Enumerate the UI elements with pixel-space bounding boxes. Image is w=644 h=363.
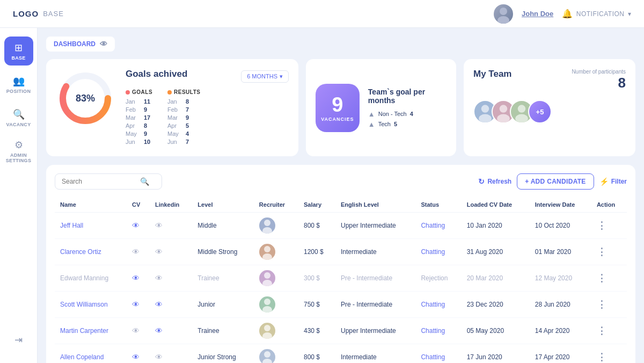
filter-icon: ⚡ [599, 177, 609, 186]
sidebar-item-position[interactable]: 👥 POSITION [4, 70, 33, 99]
linkedin-cell[interactable]: 👁 [150, 265, 192, 292]
avatar[interactable] [494, 4, 513, 24]
sidebar-item-label: ADMIN SETTINGS [4, 153, 33, 163]
svg-point-8 [518, 105, 526, 113]
sidebar-item-base[interactable]: ⊞ BASE [4, 37, 33, 66]
linkedin-cell[interactable]: 👁 [150, 344, 192, 364]
cv-cell[interactable]: 👁 [127, 292, 150, 318]
notification-label: NOTIFICATION [576, 10, 625, 18]
avatar-more: +5 [528, 100, 552, 124]
svg-point-6 [500, 105, 508, 113]
more-actions-icon[interactable]: ⋮ [597, 220, 607, 231]
more-actions-icon[interactable]: ⋮ [597, 325, 607, 336]
app-logo: LOGO [13, 9, 39, 18]
svg-point-16 [264, 299, 270, 305]
sidebar-item-admin[interactable]: ⚙ ADMIN SETTINGS [4, 136, 33, 165]
candidate-name[interactable]: Jeff Hall [55, 213, 127, 239]
salary-cell: 800 $ [298, 344, 335, 364]
vacancy-stat-tech: ▲ Tech 5 [368, 120, 447, 128]
logout-icon: ⇥ [14, 334, 23, 346]
username-link[interactable]: John Doe [522, 10, 553, 18]
cv-cell[interactable]: 👁 [127, 344, 150, 364]
notification-button[interactable]: 🔔 NOTIFICATION ▾ [562, 9, 631, 19]
recruiter-avatar [259, 296, 275, 313]
table-body: Jeff Hall 👁 👁 Middle 800 $ Upper Interme… [55, 213, 627, 364]
candidate-name[interactable]: Martin Carpenter [55, 318, 127, 344]
cv-cell[interactable]: 👁 [127, 239, 150, 265]
action-cell[interactable]: ⋮ [591, 344, 627, 364]
goals-col-header: GOALS [126, 89, 155, 95]
col-int-date: Interview Date [530, 197, 591, 213]
more-actions-icon[interactable]: ⋮ [597, 299, 607, 310]
english-cell: Pre - Intermediate [335, 292, 415, 318]
action-cell[interactable]: ⋮ [591, 239, 627, 265]
svg-point-11 [262, 227, 272, 234]
cv-cell[interactable]: 👁 [127, 318, 150, 344]
search-input[interactable] [62, 178, 137, 185]
vacancy-details: Team`s goal per months ▲ Non - Tech 4 ▲ … [368, 88, 447, 128]
cv-date-cell: 23 Dec 2020 [462, 292, 530, 318]
cv-eye-icon[interactable]: 👁 [132, 274, 140, 282]
candidate-name[interactable]: Allen Copeland [55, 344, 127, 364]
cv-eye-icon[interactable]: 👁 [132, 300, 140, 309]
level-cell: Junior Strong [192, 344, 254, 364]
linkedin-eye-icon[interactable]: 👁 [155, 221, 163, 230]
linkedin-cell[interactable]: 👁 [150, 318, 192, 344]
table-row: Edward Manning 👁 👁 Trainee 300 $ Pre - I… [55, 265, 627, 292]
cv-eye-icon[interactable]: 👁 [132, 221, 140, 230]
cv-eye-icon[interactable]: 👁 [132, 353, 140, 361]
linkedin-eye-icon[interactable]: 👁 [155, 326, 163, 335]
cv-date-cell: 31 Aug 2020 [462, 239, 530, 265]
goals-column: GOALS Jan11 Feb9 Mar17 Apr8 May9 Jun10 [126, 89, 155, 147]
table-row: Allen Copeland 👁 👁 Junior Strong 800 $ I… [55, 344, 627, 364]
svg-point-17 [262, 306, 272, 313]
status-cell: Chatting [415, 292, 461, 318]
linkedin-cell[interactable]: 👁 [150, 239, 192, 265]
candidate-name[interactable]: Edward Manning [55, 265, 127, 292]
more-actions-icon[interactable]: ⋮ [597, 352, 607, 362]
cv-cell[interactable]: 👁 [127, 213, 150, 239]
filter-button[interactable]: ⚡ Filter [599, 177, 627, 186]
more-actions-icon[interactable]: ⋮ [597, 273, 607, 284]
svg-point-10 [264, 220, 270, 226]
recruiter-cell [254, 265, 298, 292]
candidate-name[interactable]: Clarence Ortiz [55, 239, 127, 265]
table-toolbar: 🔍 ↻ Refresh + ADD CANDIDATE ⚡ Filter [55, 173, 627, 190]
sidebar-bottom: ⇥ [4, 325, 33, 354]
linkedin-cell[interactable]: 👁 [150, 292, 192, 318]
table-row: Martin Carpenter 👁 👁 Trainee 430 $ Upper… [55, 318, 627, 344]
cv-date-cell: 05 May 2020 [462, 318, 530, 344]
sidebar-item-vacancy[interactable]: 🔍 VACANCY [4, 103, 33, 132]
table-row: Scott Williamson 👁 👁 Junior 750 $ Pre - … [55, 292, 627, 318]
refresh-button[interactable]: ↻ Refresh [478, 177, 511, 186]
add-candidate-button[interactable]: + ADD CANDIDATE [517, 173, 594, 190]
sidebar-logout[interactable]: ⇥ [4, 325, 33, 354]
candidate-name[interactable]: Scott Williamson [55, 292, 127, 318]
salary-cell: 430 $ [298, 318, 335, 344]
action-cell[interactable]: ⋮ [591, 292, 627, 318]
cv-eye-icon[interactable]: 👁 [132, 248, 140, 256]
dashboard-tab[interactable]: DASHBOARD 👁 [46, 37, 115, 52]
linkedin-eye-icon[interactable]: 👁 [155, 300, 163, 309]
action-cell[interactable]: ⋮ [591, 265, 627, 292]
recruiter-cell [254, 239, 298, 265]
action-cell[interactable]: ⋮ [591, 318, 627, 344]
vacancy-stat-nontech: ▲ Non - Tech 4 [368, 110, 447, 118]
cv-cell[interactable]: 👁 [127, 265, 150, 292]
table-header: Name CV Linkedin Level Recruiter Salary … [55, 197, 627, 213]
linkedin-cell[interactable]: 👁 [150, 213, 192, 239]
linkedin-eye-icon[interactable]: 👁 [155, 248, 163, 256]
nontech-icon: ▲ [368, 110, 375, 118]
period-select[interactable]: 6 MONTHS ▾ [241, 70, 289, 83]
recruiter-cell [254, 292, 298, 318]
linkedin-eye-icon[interactable]: 👁 [155, 274, 163, 282]
more-actions-icon[interactable]: ⋮ [597, 246, 607, 257]
salary-cell: 800 $ [298, 213, 335, 239]
cv-eye-icon[interactable]: 👁 [132, 326, 140, 335]
action-cell[interactable]: ⋮ [591, 213, 627, 239]
top-navigation: LOGO BASE John Doe 🔔 NOTIFICATION ▾ [0, 0, 644, 28]
search-box[interactable]: 🔍 [55, 173, 162, 190]
linkedin-eye-icon[interactable]: 👁 [155, 353, 163, 361]
chevron-down-icon: ▾ [628, 10, 632, 18]
goals-card: 83% Goals achived 6 MONTHS ▾ GOALS [46, 59, 298, 156]
